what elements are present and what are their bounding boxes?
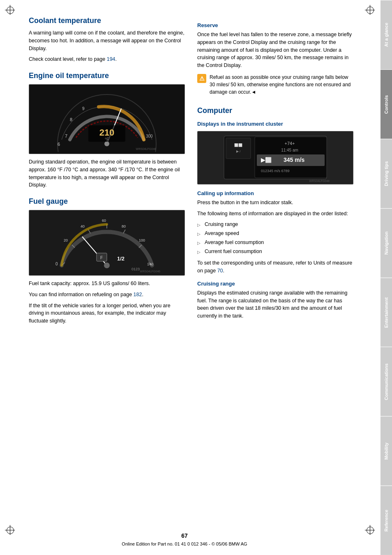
fuel-body-1: Fuel tank capacity: approx. 15.9 US gall… xyxy=(29,280,185,288)
svg-text:6: 6 xyxy=(58,142,60,147)
calling-up-body-3: To set the corresponding units of measur… xyxy=(197,259,353,275)
list-item-1: Cruising range xyxy=(197,221,353,228)
coolant-link[interactable]: 194 xyxy=(107,56,115,62)
svg-text:0123: 0123 xyxy=(131,267,140,271)
main-content: Coolant temperature A warning lamp will … xyxy=(0,0,380,555)
fuel-body-3: If the tilt of the vehicle varies for a … xyxy=(29,302,185,325)
computer-title: Computer xyxy=(197,106,353,115)
units-link[interactable]: 70 xyxy=(217,268,223,274)
tab-communications[interactable]: Communications xyxy=(380,347,392,416)
tab-bar: At a glance Controls Driving tips Naviga… xyxy=(380,0,392,555)
engine-oil-body: During standard operation, the engine oi… xyxy=(29,158,185,189)
calling-up-body-1: Press the button in the turn indicator s… xyxy=(197,199,353,207)
svg-text:40: 40 xyxy=(81,224,85,228)
cruising-range-title: Cruising range xyxy=(197,281,353,287)
tab-navigation[interactable]: Navigation xyxy=(380,208,392,278)
svg-text:140: 140 xyxy=(147,262,153,266)
page-footer: 67 Online Edition for Part no. 01 41 0 0… xyxy=(0,532,369,547)
list-item-4: Current fuel consumption xyxy=(197,248,353,256)
tab-controls[interactable]: Controls xyxy=(380,69,392,139)
svg-point-8 xyxy=(104,141,109,146)
reserve-title: Reserve xyxy=(197,22,353,28)
svg-text:WRS04LFG046: WRS04LFG046 xyxy=(140,270,161,273)
computer-display-svg: ⬜⬜ ▶ / +74+ 11:45 am ▶⬜ 345 m/s 01234 xyxy=(218,132,333,183)
cruising-body: Displays the estimated cruising range av… xyxy=(197,289,353,320)
svg-text:°F: °F xyxy=(105,137,109,142)
fuel-body-2: You can find information on refueling on… xyxy=(29,291,185,299)
calling-up-title: Calling up information xyxy=(197,190,353,196)
svg-text:+74+: +74+ xyxy=(284,141,295,146)
right-column: Reserve Once the fuel level has fallen t… xyxy=(197,16,353,328)
svg-point-29 xyxy=(104,263,110,268)
list-item-3: Average fuel consumption xyxy=(197,239,353,246)
svg-text:012345 m/s 6789: 012345 m/s 6789 xyxy=(261,169,290,173)
computer-display-image: ⬜⬜ ▶ / +74+ 11:45 am ▶⬜ 345 m/s 01234 xyxy=(197,131,353,184)
engine-oil-gauge-image: 7 8 9 6 300 xyxy=(29,84,185,154)
coolant-body-2: Check coolant level, refer to page 194. xyxy=(29,55,185,63)
tab-at-a-glance[interactable]: At a glance xyxy=(380,0,392,69)
list-item-2: Average speed xyxy=(197,230,353,237)
tab-driving-tips[interactable]: Driving tips xyxy=(380,139,392,208)
svg-text:210: 210 xyxy=(99,127,115,138)
svg-text:1/2: 1/2 xyxy=(117,256,125,262)
svg-text:F: F xyxy=(100,256,103,260)
left-column: Coolant temperature A warning lamp will … xyxy=(29,16,185,328)
svg-text:8: 8 xyxy=(70,117,72,122)
svg-text:80: 80 xyxy=(122,224,126,228)
reserve-body: Once the fuel level has fallen to the re… xyxy=(197,31,353,69)
svg-text:20: 20 xyxy=(64,238,68,242)
svg-rect-37 xyxy=(226,138,251,159)
svg-text:WRS04LFG048: WRS04LFG048 xyxy=(136,147,157,150)
coolant-temperature-title: Coolant temperature xyxy=(29,16,185,25)
fuel-gauge-image: 0 20 40 60 80 100 140 F xyxy=(29,210,185,276)
engine-oil-gauge-svg: 7 8 9 6 300 xyxy=(49,86,164,152)
fuel-gauge-title: Fuel gauge xyxy=(29,197,185,206)
two-column-layout: Coolant temperature A warning lamp will … xyxy=(29,16,360,328)
svg-text:345 m/s: 345 m/s xyxy=(284,157,305,163)
page-container: Coolant temperature A warning lamp will … xyxy=(0,0,392,555)
coolant-body-1: A warning lamp will come on if the coola… xyxy=(29,29,185,52)
page-number: 67 xyxy=(0,532,369,539)
svg-text:7: 7 xyxy=(65,134,67,138)
svg-text:▶ /: ▶ / xyxy=(236,150,241,153)
svg-text:WRS04LFG048: WRS04LFG048 xyxy=(309,180,330,182)
tab-mobility[interactable]: Mobility xyxy=(380,416,392,486)
svg-text:▶⬜: ▶⬜ xyxy=(261,157,272,164)
engine-oil-title: Engine oil temperature xyxy=(29,71,185,80)
svg-text:60: 60 xyxy=(102,219,106,223)
warning-box: ⚠ Refuel as soon as possible once your c… xyxy=(197,74,353,99)
footer-text: Online Edition for Part no. 01 41 0 012 … xyxy=(122,541,247,546)
svg-text:300: 300 xyxy=(146,134,153,138)
calling-up-body-2: The following items of information are d… xyxy=(197,210,353,218)
svg-text:⬜⬜: ⬜⬜ xyxy=(234,143,242,147)
displays-title: Displays in the instrument cluster xyxy=(197,121,353,127)
info-list: Cruising range Average speed Average fue… xyxy=(197,221,353,255)
fuel-link[interactable]: 182 xyxy=(134,292,142,297)
tab-reference[interactable]: Reference xyxy=(380,486,392,555)
tab-entertainment[interactable]: Entertainment xyxy=(380,278,392,347)
svg-text:9: 9 xyxy=(82,106,85,111)
warning-icon: ⚠ xyxy=(197,74,206,83)
svg-text:0: 0 xyxy=(55,262,58,266)
svg-text:100: 100 xyxy=(139,238,145,242)
fuel-gauge-svg: 0 20 40 60 80 100 140 F xyxy=(49,212,164,274)
svg-text:11:45 am: 11:45 am xyxy=(281,148,298,152)
warning-text: Refuel as soon as possible once your cru… xyxy=(210,74,353,96)
